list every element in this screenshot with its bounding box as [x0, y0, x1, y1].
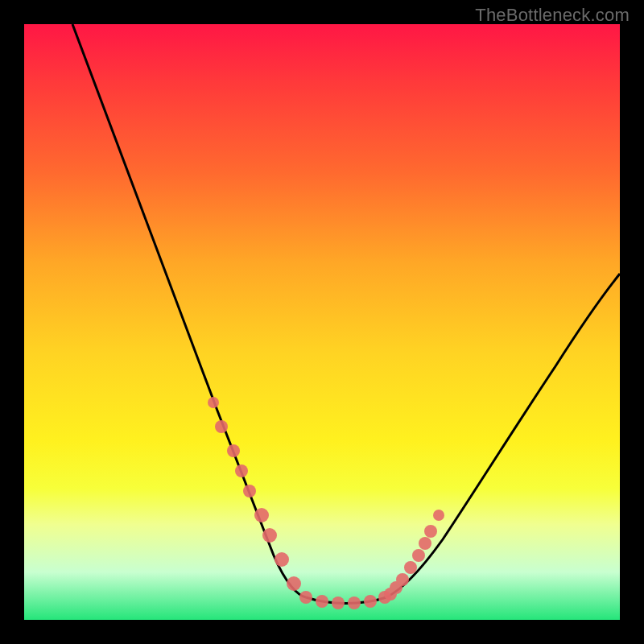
svg-point-17	[396, 573, 409, 586]
svg-point-6	[262, 528, 277, 543]
svg-point-10	[316, 595, 328, 608]
svg-point-5	[254, 508, 269, 522]
plot-area	[24, 24, 620, 620]
svg-point-7	[275, 552, 289, 567]
svg-point-3	[235, 464, 248, 477]
svg-point-4	[243, 485, 256, 497]
svg-point-20	[419, 537, 431, 550]
svg-point-2	[227, 444, 240, 457]
svg-point-22	[433, 510, 444, 521]
chart-svg	[24, 24, 620, 620]
watermark: TheBottleneck.com	[475, 5, 630, 26]
dots-right-group	[384, 510, 444, 601]
curve-right-path	[386, 274, 620, 597]
curve-left-path	[72, 24, 306, 597]
svg-point-13	[364, 595, 377, 608]
svg-point-9	[299, 591, 312, 604]
svg-point-0	[208, 397, 219, 408]
svg-point-1	[215, 420, 228, 433]
chart-frame: TheBottleneck.com	[0, 0, 644, 644]
svg-point-11	[332, 597, 345, 609]
svg-point-21	[424, 525, 437, 538]
svg-point-8	[287, 576, 301, 591]
svg-point-19	[412, 549, 425, 562]
svg-point-18	[404, 561, 417, 574]
dots-left-group	[208, 397, 301, 591]
svg-point-12	[348, 597, 361, 609]
